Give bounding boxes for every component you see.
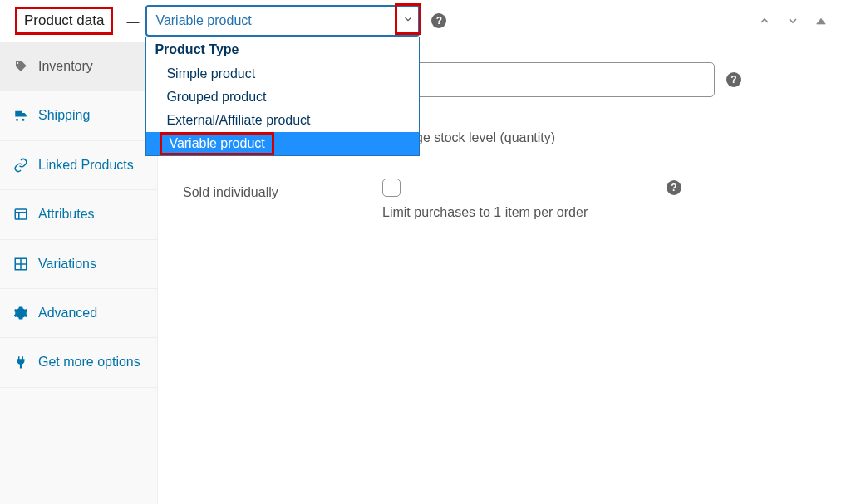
gear-icon bbox=[13, 306, 28, 321]
product-type-select-wrapper: Variable product Product Type Simple pro… bbox=[145, 5, 420, 37]
toggle-panel-icon[interactable] bbox=[814, 14, 828, 27]
sidebar-item-advanced[interactable]: Advanced bbox=[0, 289, 157, 338]
sold-individually-label: Sold individually bbox=[183, 179, 382, 200]
help-icon[interactable]: ? bbox=[667, 180, 681, 195]
move-down-icon[interactable] bbox=[786, 14, 799, 27]
product-data-header: Product data — Variable product Product … bbox=[0, 0, 851, 42]
select-chevron-highlight bbox=[395, 3, 421, 35]
sidebar-item-label: Inventory bbox=[38, 57, 93, 76]
dropdown-option-simple[interactable]: Simple product bbox=[146, 62, 419, 86]
sold-individually-checkbox[interactable] bbox=[382, 179, 401, 197]
chevron-down-icon bbox=[402, 13, 414, 25]
product-type-dropdown: Product Type Simple product Grouped prod… bbox=[145, 37, 420, 156]
product-type-selected-label: Variable product bbox=[155, 13, 251, 28]
title-dash: — bbox=[126, 14, 139, 28]
dropdown-option-variable[interactable]: Variable product bbox=[146, 132, 419, 155]
truck-icon bbox=[13, 108, 28, 123]
svg-rect-1 bbox=[15, 209, 27, 219]
sku-input[interactable] bbox=[382, 62, 715, 97]
product-data-sidebar: Inventory Shipping Linked Products Attri… bbox=[0, 42, 158, 504]
grid-icon bbox=[13, 257, 28, 272]
link-icon bbox=[13, 158, 28, 173]
help-icon[interactable]: ? bbox=[431, 13, 446, 28]
manage-stock-hint: Manage stock level (quantity) bbox=[382, 130, 826, 145]
plug-icon bbox=[13, 355, 28, 369]
dropdown-group-label: Product Type bbox=[146, 37, 419, 62]
sold-individually-row: Sold individually ? Limit purchases to 1… bbox=[183, 179, 826, 220]
sidebar-item-label: Variations bbox=[38, 255, 96, 273]
panel-controls bbox=[758, 14, 836, 27]
sidebar-item-linked-products[interactable]: Linked Products bbox=[0, 141, 157, 190]
dropdown-option-variable-highlight: Variable product bbox=[160, 132, 273, 155]
move-up-icon[interactable] bbox=[758, 14, 771, 27]
tag-icon bbox=[13, 59, 28, 74]
svg-marker-0 bbox=[817, 18, 826, 24]
sidebar-item-label: Get more options bbox=[38, 353, 140, 371]
sidebar-item-attributes[interactable]: Attributes bbox=[0, 190, 157, 239]
list-icon bbox=[13, 207, 28, 222]
panel-title: Product data bbox=[15, 7, 113, 35]
sidebar-item-variations[interactable]: Variations bbox=[0, 240, 157, 289]
sold-individually-hint: Limit purchases to 1 item per order bbox=[382, 205, 826, 220]
sidebar-item-label: Linked Products bbox=[38, 156, 134, 174]
sidebar-item-shipping[interactable]: Shipping bbox=[0, 91, 157, 140]
dropdown-option-external[interactable]: External/Affiliate product bbox=[146, 109, 419, 132]
sidebar-item-label: Attributes bbox=[38, 205, 95, 223]
sidebar-item-inventory[interactable]: Inventory bbox=[0, 42, 157, 91]
product-type-select[interactable]: Variable product bbox=[145, 5, 420, 37]
dropdown-option-grouped[interactable]: Grouped product bbox=[146, 86, 419, 109]
help-icon[interactable]: ? bbox=[726, 72, 741, 87]
sidebar-item-label: Shipping bbox=[38, 106, 90, 125]
sidebar-item-label: Advanced bbox=[38, 304, 97, 322]
sidebar-item-get-more-options[interactable]: Get more options bbox=[0, 338, 157, 387]
